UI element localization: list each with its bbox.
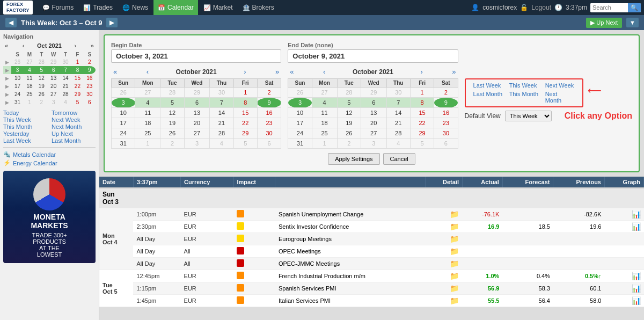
cal-day[interactable]: 20 — [184, 118, 210, 128]
cal-day[interactable]: 25 — [312, 128, 337, 139]
mini-cal-next[interactable]: › — [73, 42, 78, 49]
event-detail[interactable]: 📁 — [425, 270, 462, 282]
cal-day[interactable]: 3 — [184, 139, 210, 149]
cal-day[interactable]: 21 — [210, 118, 233, 128]
nav-calendar[interactable]: 📅Calendar — [153, 0, 198, 15]
cal-day[interactable]: 2 — [160, 139, 184, 149]
begin-cal-next[interactable]: › — [241, 67, 248, 76]
event-graph[interactable]: 📊 — [604, 208, 643, 221]
cal-day-selected[interactable]: 3 — [112, 98, 135, 108]
filter-button[interactable]: ▼ — [626, 18, 639, 27]
mini-day[interactable]: 16 — [84, 74, 96, 82]
nav-yesterday[interactable]: Yesterday — [3, 130, 47, 137]
cal-day[interactable]: 28 — [210, 128, 233, 139]
cal-day[interactable]: 3 — [361, 139, 386, 149]
cal-day[interactable]: 16 — [257, 108, 281, 118]
nav-trades[interactable]: 📊Trades — [79, 0, 117, 15]
cal-day[interactable]: 24 — [112, 128, 135, 139]
mini-day[interactable]: 9 — [84, 66, 96, 74]
mini-day[interactable]: 5 — [35, 66, 47, 74]
cal-day[interactable]: 12 — [337, 108, 361, 118]
mini-day[interactable]: 5 — [71, 98, 83, 106]
cal-day[interactable]: 13 — [361, 108, 386, 118]
cal-day[interactable]: 1 — [312, 139, 337, 149]
mini-day[interactable]: 1 — [24, 98, 35, 106]
mini-day[interactable]: 3 — [47, 98, 59, 106]
mini-day[interactable]: 6 — [47, 66, 59, 74]
begin-cal-next-next[interactable]: » — [273, 67, 281, 76]
mini-day[interactable]: 11 — [24, 74, 35, 82]
cal-day[interactable]: 22 — [233, 118, 257, 128]
mini-day[interactable]: 4 — [24, 66, 35, 74]
mini-day[interactable]: 26 — [11, 58, 23, 66]
cal-day[interactable]: 28 — [386, 128, 410, 139]
quick-last-month[interactable]: Last Month — [470, 90, 506, 98]
cal-day[interactable]: 18 — [135, 118, 160, 128]
mini-day[interactable]: 29 — [71, 90, 83, 98]
nav-last-month[interactable]: Last Month — [52, 137, 96, 144]
mini-day[interactable]: 1 — [71, 58, 83, 66]
mini-day[interactable]: 13 — [47, 74, 59, 82]
end-cal-next-next[interactable]: » — [450, 67, 458, 76]
cal-day-selected[interactable]: 3 — [288, 98, 312, 108]
cal-day[interactable]: 1 — [135, 139, 160, 149]
cal-day[interactable]: 22 — [410, 118, 434, 128]
mini-day[interactable]: 2 — [35, 98, 47, 106]
cal-day[interactable]: 6 — [257, 139, 281, 149]
cal-day[interactable]: 27 — [184, 128, 210, 139]
nav-today[interactable]: Today — [3, 110, 47, 116]
nav-forums[interactable]: 💬Forums — [38, 0, 78, 15]
nav-up-next[interactable]: Up Next — [52, 130, 96, 137]
cal-day[interactable]: 19 — [337, 118, 361, 128]
up-next-button[interactable]: ▶ Up Next — [586, 18, 622, 28]
event-detail[interactable]: 📁 — [425, 295, 462, 307]
cal-day[interactable]: 14 — [386, 108, 410, 118]
cal-day[interactable]: 13 — [184, 108, 210, 118]
cal-day-end[interactable]: 9 — [257, 98, 281, 108]
cal-day[interactable]: 15 — [233, 108, 257, 118]
cal-day[interactable]: 8 — [233, 98, 257, 108]
nav-next-week[interactable]: Next Week — [52, 117, 96, 123]
end-cal-prev[interactable]: ‹ — [321, 67, 327, 76]
mini-day[interactable]: 22 — [71, 82, 83, 90]
cal-day[interactable]: 27 — [312, 88, 337, 98]
cal-day[interactable]: 18 — [312, 118, 337, 128]
cal-day[interactable]: 27 — [135, 88, 160, 98]
mini-day[interactable]: 26 — [35, 90, 47, 98]
cal-day[interactable]: 6 — [434, 139, 458, 149]
quick-this-week[interactable]: This Week — [506, 82, 542, 89]
default-view-select[interactable]: This Week Today This Month Next Week Nex… — [505, 111, 552, 121]
mini-day[interactable]: 21 — [60, 82, 71, 90]
cal-day[interactable]: 5 — [160, 98, 184, 108]
search-button[interactable]: 🔍 — [628, 3, 641, 12]
cal-day[interactable]: 2 — [257, 88, 281, 98]
week-next-button[interactable]: ▶ — [106, 18, 118, 27]
cal-day[interactable]: 29 — [233, 128, 257, 139]
cal-day[interactable]: 1 — [233, 88, 257, 98]
mini-day[interactable]: 7 — [60, 66, 71, 74]
nav-this-month[interactable]: This Month — [3, 123, 47, 130]
event-graph[interactable]: 📊 — [604, 221, 643, 233]
th-time[interactable]: 3:37pm — [133, 177, 180, 188]
nav-market[interactable]: 📈Market — [199, 0, 237, 15]
mini-day[interactable]: 31 — [11, 98, 23, 106]
nav-brokers[interactable]: 🏦Brokers — [238, 0, 279, 15]
mini-day[interactable]: 29 — [47, 58, 59, 66]
cal-day[interactable]: 17 — [288, 118, 312, 128]
week-prev-button[interactable]: ◀ — [5, 18, 17, 27]
cal-day[interactable]: 8 — [410, 98, 434, 108]
cancel-button[interactable]: Cancel — [383, 153, 415, 165]
event-detail[interactable]: 📁 — [425, 282, 462, 295]
cal-day[interactable]: 24 — [288, 128, 312, 139]
cal-day-end[interactable]: 9 — [434, 98, 458, 108]
metals-calendar-link[interactable]: 🔩 Metals Calendar — [3, 151, 96, 158]
mini-day[interactable]: 14 — [60, 74, 71, 82]
cal-day[interactable]: 5 — [410, 139, 434, 149]
cal-day[interactable]: 23 — [257, 118, 281, 128]
quick-last-week[interactable]: Last Week — [470, 82, 506, 89]
mini-day[interactable]: 15 — [71, 74, 83, 82]
cal-day[interactable]: 25 — [135, 128, 160, 139]
event-detail[interactable]: 📁 — [425, 208, 462, 221]
quick-this-month[interactable]: This Month — [506, 90, 542, 98]
nav-next-month[interactable]: Next Month — [52, 123, 96, 130]
